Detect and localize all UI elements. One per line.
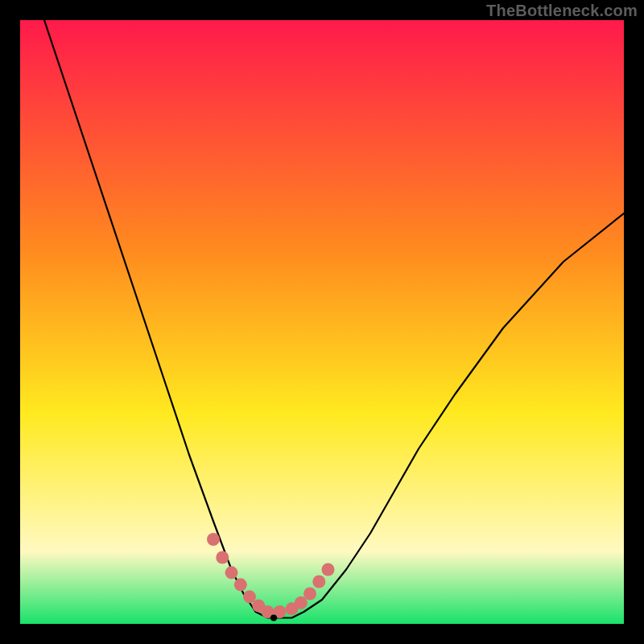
marker-dot xyxy=(312,576,325,588)
marker-dot xyxy=(303,588,316,601)
marker-dot xyxy=(216,551,229,564)
watermark-text: TheBottleneck.com xyxy=(486,2,638,20)
marker-dot xyxy=(234,578,247,591)
gradient-background xyxy=(20,20,624,624)
marker-dot xyxy=(322,564,335,576)
bottleneck-chart xyxy=(20,20,624,624)
minimum-point xyxy=(270,615,277,621)
marker-dot xyxy=(207,533,220,546)
chart-frame: TheBottleneck.com xyxy=(0,0,644,644)
marker-dot xyxy=(225,566,238,579)
